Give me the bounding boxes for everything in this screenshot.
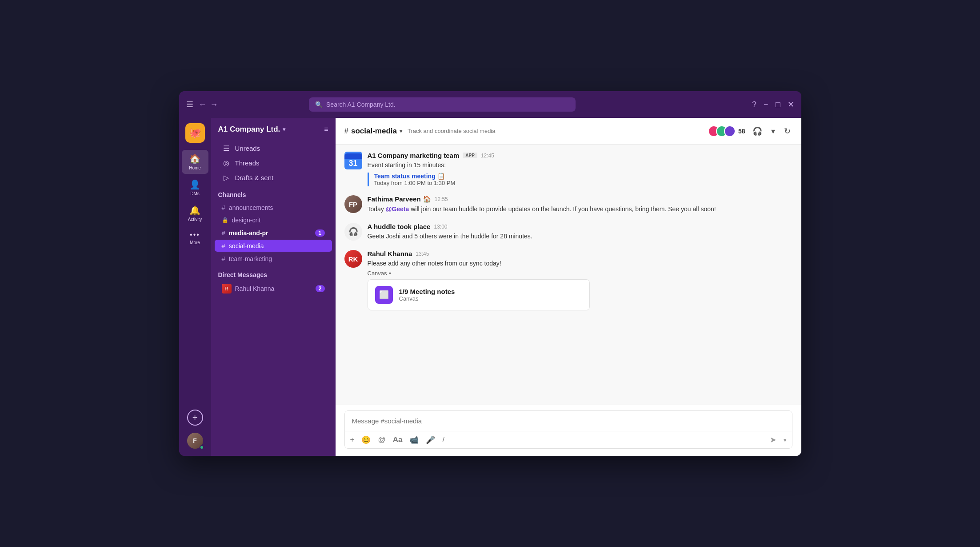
online-status-indicator (200, 445, 204, 450)
message-item: RK Rahul Khanna 13:45 Please add any oth… (344, 250, 792, 310)
canvas-icon: ⬜ (375, 286, 393, 304)
channel-item-team-marketing[interactable]: # team-marketing (215, 253, 332, 265)
event-block: Team status meeting 📋 Today from 1:00 PM… (368, 173, 792, 186)
message-time: 12:45 (481, 153, 494, 159)
canvas-attachment[interactable]: ⬜ 1/9 Meeting notes Canvas (368, 279, 590, 310)
canvas-label-text: Canvas (368, 270, 387, 277)
forward-button[interactable]: → (210, 100, 218, 109)
channel-dropdown-icon[interactable]: ▾ (400, 128, 402, 134)
message-item: FP Fathima Parveen 🏠 12:55 Today @Geeta … (344, 195, 792, 214)
message-header: Rahul Khanna 13:45 (368, 250, 792, 257)
canvas-label[interactable]: Canvas ▾ (368, 270, 792, 277)
channel-description: Track and coordinate social media (408, 128, 703, 134)
member-avatar-3 (724, 125, 736, 137)
mention-geeta[interactable]: @Geeta (386, 205, 409, 213)
add-workspace-button[interactable]: + (187, 410, 203, 426)
sidebar-item-unreads[interactable]: ☰ Unreads (215, 141, 332, 155)
chat-header: # social-media ▾ Track and coordinate so… (336, 118, 801, 145)
home-icon: 🏠 (189, 153, 200, 164)
canvas-title: 1/9 Meeting notes (399, 288, 455, 295)
sidebar-item-drafts[interactable]: ▷ Drafts & sent (215, 171, 332, 185)
chat-area: # social-media ▾ Track and coordinate so… (336, 118, 801, 456)
member-avatars[interactable]: 58 (708, 125, 745, 137)
mention-icon[interactable]: @ (378, 435, 385, 444)
nav-arrows: ← → (199, 100, 218, 109)
plus-icon[interactable]: + (350, 435, 355, 444)
threads-icon: ◎ (222, 159, 231, 167)
workspace-chevron-icon: ▾ (283, 126, 285, 133)
channels-section-header: Channels (211, 185, 336, 201)
channel-item-announcements[interactable]: # announcements (215, 201, 332, 213)
message-header: A1 Company marketing team APP 12:45 (368, 152, 792, 159)
message-sender: Rahul Khanna (368, 250, 412, 257)
sidebar-item-dms[interactable]: 👤 DMs (182, 176, 208, 200)
threads-label: Threads (235, 159, 260, 167)
app-badge: APP (463, 153, 477, 158)
event-title-link[interactable]: Team status meeting 📋 (374, 173, 792, 180)
user-avatar-nav[interactable]: F (185, 431, 205, 450)
activity-label: Activity (188, 217, 202, 222)
workspace-name[interactable]: A1 Company Ltd. ▾ (218, 125, 286, 134)
dm-section-header: Direct Messages (211, 265, 336, 281)
send-button[interactable]: ➤ (770, 435, 776, 445)
message-content: A huddle took place 13:00 Geeta Joshi an… (368, 223, 792, 241)
mic-icon[interactable]: 🎤 (426, 435, 435, 445)
dm-avatar-rahul: R (222, 284, 232, 294)
channel-item-media-and-pr[interactable]: # media-and-pr 1 (215, 227, 332, 239)
calendar-number: 31 (348, 159, 357, 168)
sidebar-item-threads[interactable]: ◎ Threads (215, 156, 332, 170)
emoji-icon[interactable]: 😊 (361, 435, 371, 445)
canvas-dropdown-icon: ▾ (389, 271, 391, 276)
channel-details-dropdown[interactable]: ▾ (769, 125, 777, 138)
dms-label: DMs (190, 191, 200, 196)
chat-header-right: 58 🎧 ▾ ↻ (708, 125, 792, 138)
user-avatar: F (187, 433, 203, 449)
dm-label: Rahul Khanna (235, 285, 275, 292)
search-bar[interactable]: 🔍 Search A1 Company Ltd. (309, 97, 576, 112)
channel-hash-icon: # (222, 229, 225, 237)
back-button[interactable]: ← (199, 100, 207, 109)
filter-icon[interactable]: ≡ (324, 125, 328, 133)
calendar-top (344, 153, 362, 159)
close-button[interactable]: ✕ (788, 100, 794, 109)
refresh-button[interactable]: ↻ (782, 125, 792, 138)
main-content: 🐙 🏠 Home 👤 DMs 🔔 Activity ••• More (179, 118, 801, 456)
send-dropdown-icon[interactable]: ▾ (784, 437, 787, 443)
format-icon[interactable]: Aa (393, 435, 403, 444)
message-sender: A huddle took place (368, 223, 431, 230)
message-avatar-fathima: FP (344, 195, 362, 213)
event-time: Today from 1:00 PM to 1:30 PM (374, 180, 792, 186)
search-bar-placeholder: Search A1 Company Ltd. (326, 101, 396, 108)
channel-label: design-crit (232, 217, 261, 224)
message-text: Event starting in 15 minutes: (368, 161, 792, 170)
icon-nav: 🐙 🏠 Home 👤 DMs 🔔 Activity ••• More (179, 118, 211, 456)
maximize-button[interactable]: □ (776, 100, 780, 109)
sidebar-item-home[interactable]: 🏠 Home (182, 150, 208, 174)
channel-hash-icon: # (222, 204, 225, 211)
help-button[interactable]: ? (752, 100, 756, 109)
message-content: A1 Company marketing team APP 12:45 Even… (368, 152, 792, 186)
more-label: More (190, 240, 200, 245)
message-time: 13:00 (434, 224, 447, 230)
video-icon[interactable]: 📹 (409, 435, 419, 445)
hamburger-icon[interactable]: ☰ (186, 100, 193, 109)
message-input[interactable] (345, 411, 792, 431)
minimize-button[interactable]: − (764, 100, 768, 109)
channel-item-design-crit[interactable]: 🔒 design-crit (215, 214, 332, 226)
message-avatar-huddle: 🎧 (344, 223, 362, 241)
message-time: 12:55 (435, 196, 448, 202)
dm-item-rahul[interactable]: R Rahul Khanna 2 (215, 282, 332, 296)
message-sender: Fathima Parveen 🏠 (368, 195, 431, 203)
message-input-box: + 😊 @ Aa 📹 🎤 / ➤ ▾ (344, 410, 792, 449)
huddle-button[interactable]: 🎧 (751, 125, 764, 138)
channel-hash-icon: # (222, 242, 225, 249)
message-item: 🎧 A huddle took place 13:00 Geeta Joshi … (344, 223, 792, 241)
slash-command-icon[interactable]: / (442, 435, 444, 444)
sidebar-item-more[interactable]: ••• More (182, 227, 208, 249)
lock-icon: 🔒 (222, 217, 228, 223)
title-bar: ☰ ← → 🔍 Search A1 Company Ltd. ? − □ ✕ (179, 91, 801, 118)
sidebar-item-activity[interactable]: 🔔 Activity (182, 201, 208, 225)
channel-item-social-media[interactable]: # social-media (215, 240, 332, 252)
channel-label: announcements (229, 204, 273, 211)
member-count: 58 (738, 128, 745, 135)
